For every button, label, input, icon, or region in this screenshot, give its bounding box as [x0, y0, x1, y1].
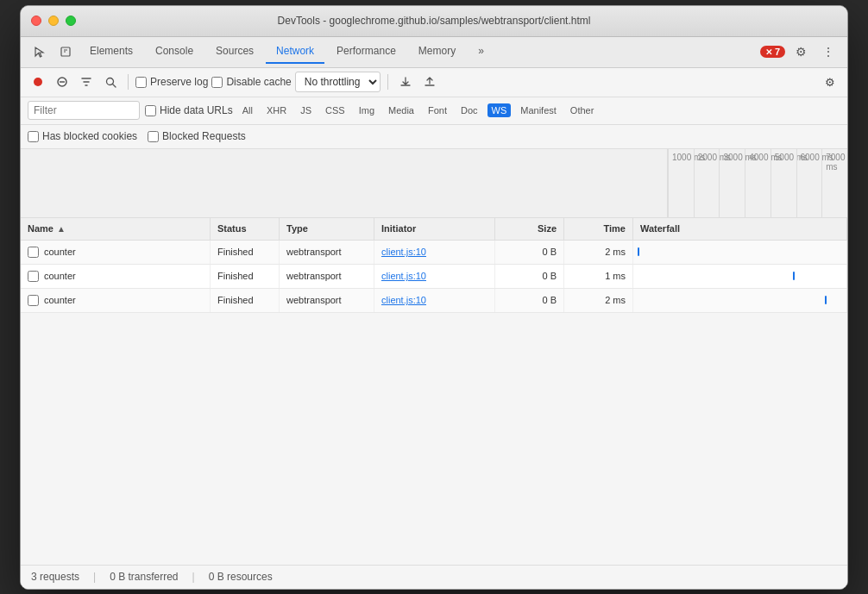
filter-other[interactable]: Other [566, 103, 599, 117]
panels-right: ✕ 7 ⚙ ⋮ [760, 40, 840, 64]
th-initiator[interactable]: Initiator [374, 218, 495, 240]
error-x-icon: ✕ [765, 47, 772, 57]
blocked-cookies-checkbox[interactable] [28, 131, 39, 142]
svg-line-5 [112, 84, 116, 87]
network-toolbar: Preserve log Disable cache No throttling… [21, 68, 847, 97]
disable-cache-checkbox[interactable] [211, 77, 223, 88]
close-button[interactable] [31, 16, 41, 26]
th-type[interactable]: Type [280, 218, 374, 240]
td-waterfall-1 [633, 241, 847, 264]
network-table: Name ▲ Status Type Initiator Size Time [21, 218, 847, 565]
filter-ws[interactable]: WS [487, 103, 512, 117]
toolbar-right: ⚙ [820, 72, 840, 92]
row-checkbox-2[interactable] [28, 271, 39, 282]
throttle-select[interactable]: No throttling Online Fast 3G Slow 3G Off… [295, 72, 381, 92]
svg-point-1 [34, 78, 42, 86]
row-checkbox-3[interactable] [28, 295, 39, 306]
error-badge[interactable]: ✕ 7 [760, 46, 785, 58]
row-initiator-3[interactable]: client.js:10 [381, 295, 426, 305]
blocked-requests-label[interactable]: Blocked Requests [148, 130, 246, 142]
tab-memory[interactable]: Memory [408, 40, 466, 64]
inspect-icon[interactable] [53, 40, 78, 64]
tab-sources[interactable]: Sources [205, 40, 264, 64]
hide-data-urls-checkbox[interactable] [145, 105, 156, 116]
error-count: 7 [775, 47, 780, 57]
hide-data-urls-label[interactable]: Hide data URLs [145, 104, 233, 116]
toolbar-divider-2 [387, 74, 388, 90]
filter-js[interactable]: JS [296, 103, 316, 117]
waterfall-bar-1 [638, 247, 639, 256]
row-time-2: 1 ms [605, 271, 626, 281]
table-row[interactable]: counter Finished webtransport client.js:… [21, 241, 847, 265]
filter-css[interactable]: CSS [321, 103, 349, 117]
disable-cache-label[interactable]: Disable cache [211, 76, 291, 88]
th-size[interactable]: Size [495, 218, 564, 240]
row-type-2: webtransport [286, 271, 342, 281]
tick-7000ms: 7000 ms [821, 149, 847, 217]
th-size-label: Size [538, 223, 557, 234]
row-checkbox-1[interactable] [28, 247, 39, 258]
tab-performance[interactable]: Performance [326, 40, 406, 64]
cursor-icon[interactable] [28, 40, 52, 64]
export-button[interactable] [419, 72, 440, 92]
resources-size: 0 B resources [209, 571, 273, 583]
th-name[interactable]: Name ▲ [21, 218, 211, 240]
toolbar-divider-1 [128, 74, 129, 90]
row-initiator-2[interactable]: client.js:10 [381, 271, 426, 281]
settings-button[interactable]: ⚙ [789, 40, 813, 64]
window-title: DevTools - googlechrome.github.io/sample… [278, 15, 591, 27]
sort-arrow-icon: ▲ [57, 224, 66, 234]
tab-more[interactable]: » [468, 40, 494, 64]
network-gear-icon: ⚙ [825, 76, 835, 89]
filter-img[interactable]: Img [355, 103, 379, 117]
search-button[interactable] [100, 72, 121, 92]
td-waterfall-2 [633, 265, 847, 288]
row-name-2: counter [44, 271, 76, 281]
row-status-3: Finished [217, 295, 254, 305]
th-type-label: Type [286, 223, 308, 234]
tab-network[interactable]: Network [266, 40, 324, 64]
row-time-1: 2 ms [605, 247, 626, 257]
th-waterfall[interactable]: Waterfall [633, 218, 847, 240]
blocked-cookies-label[interactable]: Has blocked cookies [28, 130, 137, 142]
td-initiator-3: client.js:10 [374, 289, 495, 312]
tab-console[interactable]: Console [145, 40, 204, 64]
filter-doc[interactable]: Doc [456, 103, 482, 117]
filter-all[interactable]: All [238, 103, 257, 117]
status-bar: 3 requests | 0 B transferred | 0 B resou… [21, 565, 847, 589]
filter-font[interactable]: Font [424, 103, 451, 117]
th-status[interactable]: Status [211, 218, 280, 240]
filter-input[interactable] [28, 101, 140, 120]
minimize-button[interactable] [48, 16, 59, 26]
preserve-log-label[interactable]: Preserve log [135, 76, 208, 88]
network-settings-button[interactable]: ⚙ [820, 72, 840, 92]
hide-data-urls-text: Hide data URLs [160, 104, 233, 116]
td-waterfall-3 [633, 289, 847, 312]
filter-manifest[interactable]: Manifest [516, 103, 561, 117]
th-waterfall-label: Waterfall [640, 223, 680, 234]
import-button[interactable] [395, 72, 416, 92]
table-row[interactable]: counter Finished webtransport client.js:… [21, 289, 847, 313]
maximize-button[interactable] [66, 16, 76, 26]
tab-elements[interactable]: Elements [79, 40, 143, 64]
td-time-3: 2 ms [564, 289, 633, 312]
row-size-1: 0 B [542, 247, 557, 257]
td-initiator-2: client.js:10 [374, 265, 495, 288]
th-time[interactable]: Time [564, 218, 633, 240]
row-name-3: counter [44, 295, 76, 305]
filter-toggle-button[interactable] [76, 72, 97, 92]
row-initiator-1[interactable]: client.js:10 [381, 247, 426, 257]
stop-button[interactable] [52, 72, 72, 92]
td-size-2: 0 B [495, 265, 564, 288]
row-type-1: webtransport [286, 247, 342, 257]
more-options-button[interactable]: ⋮ [816, 40, 840, 64]
filter-media[interactable]: Media [384, 103, 418, 117]
blocked-requests-checkbox[interactable] [148, 131, 159, 142]
row-status-1: Finished [217, 247, 254, 257]
record-button[interactable] [28, 72, 48, 92]
preserve-log-checkbox[interactable] [135, 77, 147, 88]
table-row[interactable]: counter Finished webtransport client.js:… [21, 265, 847, 289]
filter-xhr[interactable]: XHR [262, 103, 291, 117]
ellipsis-icon: ⋮ [822, 45, 834, 59]
td-status-2: Finished [211, 265, 280, 288]
